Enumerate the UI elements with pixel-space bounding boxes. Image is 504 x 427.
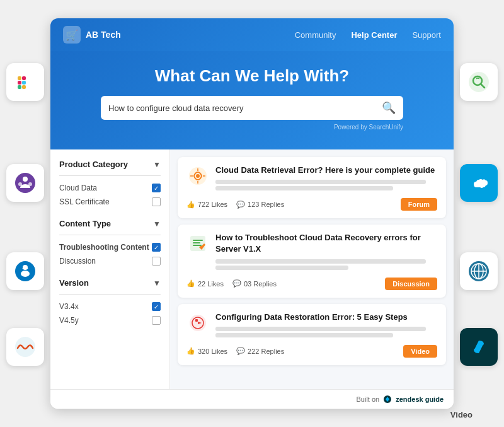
card-footer-3: 👍 320 Likes 💬 222 Replies Video <box>186 345 437 358</box>
filter-content-type-header[interactable]: Content Type ▼ <box>59 219 161 228</box>
card-top: How to Troubleshoot Cloud Data Recovery … <box>186 232 437 273</box>
thumbs-up-icon: 👍 <box>186 347 195 355</box>
searchunify-right-icon[interactable] <box>460 63 498 101</box>
results-list: Cloud Data Retrieval Error? Here is your… <box>170 149 454 389</box>
widget-footer: Built on zendesk guide <box>50 389 454 409</box>
version-title: Version <box>59 278 89 288</box>
thumbs-up-icon: 👍 <box>186 201 195 209</box>
chevron-down-icon: ▼ <box>153 279 161 288</box>
card-icon-1 <box>186 165 209 187</box>
brand-name: AB Tech <box>86 30 121 40</box>
card-line <box>215 186 393 190</box>
drupal-icon[interactable] <box>6 252 44 290</box>
filter-v45y-checkbox[interactable] <box>152 316 161 325</box>
brand-icon: 🛒 <box>63 26 81 44</box>
filter-product-category: Product Category ▼ Cloud Data ✓ SSL Cert… <box>59 160 161 209</box>
svg-rect-1 <box>22 81 26 85</box>
sidebar: Product Category ▼ Cloud Data ✓ SSL Cert… <box>50 149 170 389</box>
filter-v34x-checkbox[interactable]: ✓ <box>152 302 161 311</box>
svg-point-11 <box>21 271 30 277</box>
filter-troubleshooting-label: Troubleshooting Content <box>59 243 152 252</box>
main-widget: 🛒 AB Tech Community Help Center Support … <box>50 18 454 409</box>
product-category-title: Product Category <box>59 160 128 169</box>
card-line <box>215 333 393 337</box>
zendesk-footer-icon <box>383 395 392 404</box>
card-content-2: How to Troubleshoot Cloud Data Recovery … <box>215 232 437 273</box>
filter-version-header[interactable]: Version ▼ <box>59 278 161 288</box>
salesforce-icon[interactable] <box>460 164 498 202</box>
filter-troubleshooting-checkbox[interactable]: ✓ <box>152 243 161 252</box>
divider <box>59 175 161 176</box>
filter-item: Discussion <box>59 254 161 268</box>
nav-community[interactable]: Community <box>295 30 336 40</box>
likes-count-2: 22 Likes <box>198 280 224 288</box>
navbar: 🛒 AB Tech Community Help Center Support <box>50 18 454 51</box>
likes-count-3: 320 Likes <box>198 348 227 355</box>
badge-forum-1[interactable]: Forum <box>401 198 437 211</box>
card-content-1: Cloud Data Retrieval Error? Here is your… <box>215 165 437 194</box>
svg-rect-25 <box>193 240 203 241</box>
badge-video-3[interactable]: Video <box>403 345 437 358</box>
zendesk-footer-label: zendesk guide <box>396 395 444 403</box>
card-line <box>215 180 426 184</box>
filter-item: V3.4x ✓ <box>59 300 161 313</box>
filter-ssl-checkbox[interactable] <box>152 197 161 206</box>
card-icon-3 <box>186 312 209 334</box>
svg-rect-4 <box>18 76 21 80</box>
thumbs-up-icon: 👍 <box>186 279 195 288</box>
card-top: Cloud Data Retrieval Error? Here is your… <box>186 165 437 194</box>
filter-cloud-data-checkbox[interactable]: ✓ <box>152 184 161 192</box>
nav-support[interactable]: Support <box>412 30 441 40</box>
card-stats-2: 👍 22 Likes 💬 03 Replies <box>186 279 277 288</box>
card-line <box>215 327 426 331</box>
twistedwave-icon[interactable] <box>6 328 44 366</box>
card-icon-2 <box>186 232 209 255</box>
svg-point-8 <box>18 182 22 186</box>
content-area: Product Category ▼ Cloud Data ✓ SSL Cert… <box>50 149 454 389</box>
filter-item: V4.5y <box>59 313 161 327</box>
filter-version: Version ▼ V3.4x ✓ V4.5y <box>59 278 161 327</box>
divider <box>59 294 161 295</box>
brand: 🛒 AB Tech <box>63 26 121 44</box>
card-footer-1: 👍 722 Likes 💬 123 Replies Forum <box>186 198 437 211</box>
wordpress-icon[interactable] <box>460 252 498 290</box>
slack-icon[interactable] <box>6 63 44 101</box>
card-title-1: Cloud Data Retrieval Error? Here is your… <box>215 165 437 176</box>
svg-rect-26 <box>193 242 200 243</box>
outer-container: 🛒 AB Tech Community Help Center Support … <box>0 0 504 427</box>
filter-v45y-label: V4.5y <box>59 316 152 325</box>
search-button[interactable]: 🔍 <box>382 101 396 115</box>
card-lines-3 <box>215 327 437 337</box>
chevron-down-icon: ▼ <box>153 219 161 228</box>
filter-item: Troubleshooting Content ✓ <box>59 240 161 254</box>
hero-title: What Can We Help With? <box>76 66 428 86</box>
svg-point-23 <box>196 174 200 178</box>
likes-stat-2: 👍 22 Likes <box>186 279 224 288</box>
replies-count-3: 222 Replies <box>248 348 284 355</box>
search-bar: 🔍 <box>101 96 403 120</box>
reach-icon[interactable] <box>6 164 44 202</box>
result-card-1: Cloud Data Retrieval Error? Here is your… <box>178 157 446 218</box>
filter-ssl-label: SSL Certificate <box>59 197 152 206</box>
likes-stat-3: 👍 320 Likes <box>186 347 227 355</box>
filter-content-type: Content Type ▼ Troubleshooting Content ✓… <box>59 219 161 268</box>
svg-rect-30 <box>195 319 198 322</box>
svg-rect-0 <box>18 81 21 85</box>
filter-discussion-label: Discussion <box>59 257 152 266</box>
nav-helpcenter[interactable]: Help Center <box>351 30 397 40</box>
filter-product-category-header[interactable]: Product Category ▼ <box>59 160 161 169</box>
result-card-2: How to Troubleshoot Cloud Data Recovery … <box>178 225 446 297</box>
search-input[interactable] <box>108 103 377 113</box>
svg-point-7 <box>23 177 28 182</box>
zendesk-side-icon[interactable] <box>460 328 498 366</box>
svg-rect-5 <box>22 76 26 80</box>
filter-discussion-checkbox[interactable] <box>152 257 161 266</box>
filter-item: Cloud Data ✓ <box>59 181 161 195</box>
powered-by-text: Powered by SearchUnify <box>101 124 403 131</box>
svg-rect-2 <box>18 85 21 89</box>
badge-discussion-2[interactable]: Discussion <box>385 278 437 290</box>
filter-v34x-label: V3.4x <box>59 302 152 311</box>
card-title-3: Configuring Data Restoration Error: 5 Ea… <box>215 312 437 323</box>
card-content-3: Configuring Data Restoration Error: 5 Ea… <box>215 312 437 341</box>
card-line <box>215 259 426 264</box>
